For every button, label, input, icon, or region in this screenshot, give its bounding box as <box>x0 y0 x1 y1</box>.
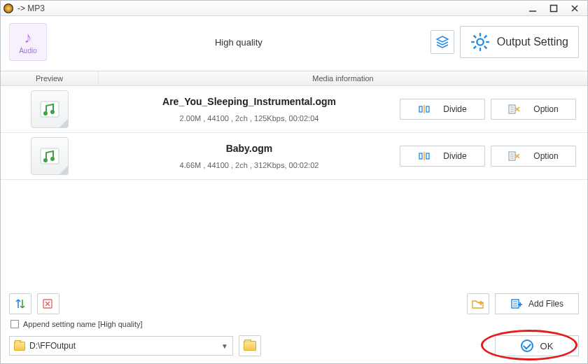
column-media-info: Media information <box>99 71 587 85</box>
app-icon <box>4 4 13 13</box>
window-title: -> MP3 <box>18 4 45 13</box>
minimize-button[interactable] <box>523 2 542 15</box>
svg-line-10 <box>473 36 476 38</box>
output-setting-label: Output Setting <box>497 36 568 48</box>
svg-point-16 <box>50 110 55 114</box>
option-button[interactable]: Option <box>491 146 576 167</box>
svg-rect-27 <box>419 153 422 159</box>
check-circle-icon <box>521 340 533 352</box>
layers-icon <box>435 35 449 49</box>
file-meta: 2.00M , 44100 , 2ch , 125Kbps, 00:02:04 <box>99 114 400 122</box>
audio-format-button[interactable]: ♪ Audio <box>9 23 47 61</box>
append-setting-label: Append setting name [High quality] <box>23 320 143 328</box>
app-window: -> MP3 ♪ Audio High quality <box>0 0 588 364</box>
option-label: Option <box>533 104 558 114</box>
delete-icon <box>42 298 55 309</box>
maximize-button[interactable] <box>544 2 564 15</box>
svg-rect-14 <box>41 102 59 117</box>
top-toolbar: ♪ Audio High quality <box>1 16 587 71</box>
file-row[interactable]: Baby.ogm 4.66M , 44100 , 2ch , 312Kbps, … <box>1 133 587 180</box>
audio-file-icon <box>31 137 69 175</box>
divide-label: Divide <box>443 151 466 161</box>
divide-label: Divide <box>443 104 466 114</box>
swap-button[interactable] <box>9 293 31 314</box>
svg-rect-28 <box>426 153 429 159</box>
output-setting-button[interactable]: Output Setting <box>460 26 579 58</box>
folder-plus-icon <box>471 298 485 309</box>
output-path-text: D:\FFOutput <box>29 341 76 351</box>
divide-button[interactable]: Divide <box>400 99 485 120</box>
file-row[interactable]: Are_You_Sleeping_Instrumental.ogm 2.00M … <box>1 86 587 133</box>
table-header: Preview Media information <box>1 71 587 86</box>
svg-rect-18 <box>426 106 429 112</box>
gear-icon <box>470 32 490 52</box>
music-note-icon: ♪ <box>24 30 32 46</box>
ok-label: OK <box>540 341 554 351</box>
audio-file-icon <box>31 90 69 128</box>
browse-folder-button[interactable] <box>239 335 261 356</box>
output-path-dropdown[interactable]: D:\FFOutput ▼ <box>9 336 233 356</box>
file-preview <box>1 90 99 128</box>
audio-format-label: Audio <box>19 47 37 55</box>
option-label: Option <box>533 151 558 161</box>
option-button[interactable]: Option <box>491 99 576 120</box>
append-setting-row: Append setting name [High quality] <box>10 320 579 328</box>
batch-button[interactable] <box>430 30 454 54</box>
file-name: Are_You_Sleeping_Instrumental.ogm <box>99 96 400 107</box>
file-name: Baby.ogm <box>99 143 400 154</box>
svg-line-13 <box>484 36 487 38</box>
swap-icon <box>15 298 26 309</box>
svg-rect-1 <box>551 5 557 11</box>
svg-marker-4 <box>437 36 448 42</box>
chevron-down-icon: ▼ <box>221 342 228 350</box>
file-plus-icon <box>510 298 523 309</box>
titlebar: -> MP3 <box>1 1 587 16</box>
bottom-panel: Add Files Append setting name [High qual… <box>1 289 587 363</box>
svg-point-5 <box>477 38 483 45</box>
divide-icon <box>418 150 430 162</box>
add-files-button[interactable]: Add Files <box>495 293 579 314</box>
close-button[interactable] <box>565 2 584 15</box>
delete-button[interactable] <box>37 293 59 314</box>
column-preview: Preview <box>1 71 99 85</box>
svg-point-15 <box>43 111 48 115</box>
divide-icon <box>418 103 430 115</box>
svg-rect-17 <box>419 106 422 112</box>
quality-label: High quality <box>47 37 430 48</box>
svg-line-12 <box>473 46 476 49</box>
folder-icon <box>14 342 25 351</box>
svg-point-26 <box>50 157 55 161</box>
file-preview <box>1 137 99 175</box>
folder-icon <box>244 341 256 351</box>
divide-button[interactable]: Divide <box>400 146 485 167</box>
add-folder-button[interactable] <box>467 293 489 314</box>
svg-rect-24 <box>41 148 59 164</box>
file-meta: 4.66M , 44100 , 2ch , 312Kbps, 00:02:02 <box>99 161 400 169</box>
svg-line-11 <box>484 46 487 49</box>
option-icon <box>508 103 521 115</box>
svg-point-25 <box>43 158 48 162</box>
add-files-label: Add Files <box>528 299 564 309</box>
append-setting-checkbox[interactable] <box>10 320 19 328</box>
file-list: Are_You_Sleeping_Instrumental.ogm 2.00M … <box>1 86 587 180</box>
option-icon <box>508 150 521 162</box>
ok-button[interactable]: OK <box>495 335 579 356</box>
